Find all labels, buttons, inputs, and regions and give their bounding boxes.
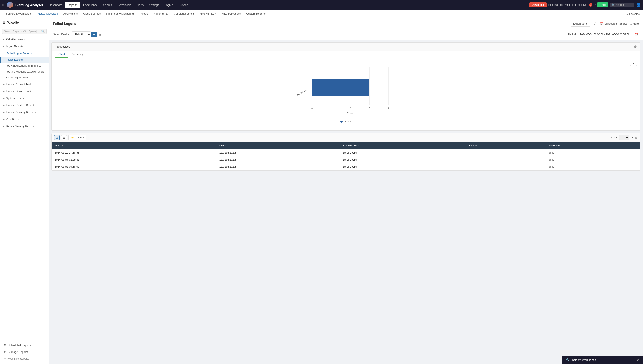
scheduled-reports-link[interactable]: ⚙ Scheduled Reports xyxy=(3,342,46,349)
sec-nav-network-devices[interactable]: Network Devices xyxy=(35,11,60,18)
help-link[interactable]: ? xyxy=(594,4,596,6)
chart-tab-summary[interactable]: Summary xyxy=(68,51,86,58)
sec-nav-mitre[interactable]: Mitre ATT&CK xyxy=(197,11,219,18)
secondary-nav: Servers & Workstation Network Devices Ap… xyxy=(0,10,643,18)
export-label: Export as xyxy=(573,22,584,25)
nav-item-settings[interactable]: Settings xyxy=(146,2,162,8)
sidebar-navigation: ▶ PaloAlto Events ▶ Logon Reports ▼ Fail… xyxy=(0,36,49,340)
sidebar-group-header-vpn[interactable]: ▶ VPN Reports xyxy=(0,116,49,123)
sidebar-group-header-firewall-denied[interactable]: ▶ Firewall Denied Traffic xyxy=(0,88,49,94)
share-icon[interactable]: ⬡ xyxy=(593,21,598,26)
nav-item-search[interactable]: Search xyxy=(100,2,114,8)
filter-bar: Select Device PaloAlto + ⊞ Period 📅 xyxy=(49,29,643,40)
sidebar-item-failed-logons[interactable]: Failed Logons xyxy=(0,57,49,63)
sidebar-group-header-system-events[interactable]: ▶ System Events xyxy=(0,95,49,102)
sidebar-group-header-firewall-allowed[interactable]: ▶ Firewall Allowed Traffic xyxy=(0,81,49,88)
sec-nav-cloud-sources[interactable]: Cloud Sources xyxy=(80,11,103,18)
grid-icon[interactable]: ⊞ xyxy=(2,2,5,7)
sidebar-group-header-firewall-ids[interactable]: ▶ Firewall IDS/IPS Reports xyxy=(0,102,49,109)
personalized-demo-link[interactable]: Personalized Demo xyxy=(548,4,571,6)
add-device-button[interactable]: + xyxy=(91,32,96,37)
nav-item-compliance[interactable]: Compliance xyxy=(80,2,100,8)
bar-chart: 192.168.11... 0 1 2 3 4 Count xyxy=(56,62,636,123)
add-button[interactable]: + Add xyxy=(597,2,608,8)
col-username[interactable]: Username xyxy=(545,142,640,149)
sec-nav-threats[interactable]: Threats xyxy=(137,11,151,18)
nav-item-correlation[interactable]: Correlation xyxy=(115,2,134,8)
sidebar-header: ☰ PaloAlto xyxy=(0,18,49,27)
top-search-input[interactable] xyxy=(616,4,633,6)
nav-right: Download Personalized Demo Log Receiver … xyxy=(530,2,641,8)
log-receiver-link[interactable]: Log Receiver xyxy=(572,4,588,6)
chart-tab-chart[interactable]: Chart xyxy=(55,51,68,58)
col-remote-device[interactable]: Remote Device xyxy=(340,142,466,149)
sun-icon: ☀ xyxy=(4,357,6,360)
cell-remote-device: 10.191.7.30 xyxy=(340,149,466,156)
user-icon[interactable]: 👤 xyxy=(636,2,641,7)
chart-settings-icon[interactable]: ⚙ xyxy=(634,45,637,49)
cell-time: 2024-05-10 17:38:58 xyxy=(52,149,216,156)
period-input[interactable] xyxy=(578,32,633,37)
sidebar-group-header-device-severity[interactable]: ▶ Device Severity Reports xyxy=(0,123,49,130)
scheduled-reports-button[interactable]: 📅 Scheduled Reports xyxy=(600,22,627,25)
sec-nav-servers[interactable]: Servers & Workstation xyxy=(4,11,35,18)
nav-item-alerts[interactable]: Alerts xyxy=(134,2,146,8)
col-time[interactable]: Time ▼ xyxy=(52,142,216,149)
favorites-button[interactable]: ★ Favorites xyxy=(626,12,640,16)
sidebar-search-input[interactable] xyxy=(4,30,40,33)
sidebar-group-header-firewall-security[interactable]: ▶ Firewall Security Reports xyxy=(0,109,49,116)
table-view-button[interactable]: ⊞ xyxy=(54,135,60,140)
nav-item-logme[interactable]: LogMe xyxy=(162,2,176,8)
pagination-area: 1 - 3 of 3 10 25 50 ▼ ⊞ xyxy=(607,135,638,140)
incident-workbench-bar: 🔧 Incident Workbench ✕ xyxy=(562,356,643,364)
chevron-right-icon: ▶ xyxy=(3,83,5,86)
cell-username: johnb xyxy=(545,149,640,156)
clock-icon: ⚙ xyxy=(4,344,6,347)
export-button[interactable]: Export as ▼ xyxy=(571,21,590,26)
per-page-select[interactable]: 10 25 50 xyxy=(619,135,629,140)
sidebar-item-failed-logons-trend[interactable]: Failed Logons Trend xyxy=(0,75,49,80)
incident-button[interactable]: ⚡ Incident xyxy=(68,135,86,140)
chart-svg: 192.168.11... 0 1 2 3 4 Count xyxy=(282,62,410,118)
nav-item-support[interactable]: Support xyxy=(176,2,191,8)
sidebar-group-firewall-security: ▶ Firewall Security Reports xyxy=(0,109,49,116)
nav-item-reports[interactable]: Reports xyxy=(65,2,80,8)
top-nav-items: Dashboard Reports Compliance Search Corr… xyxy=(46,2,528,8)
legend-device-dot xyxy=(340,120,342,123)
chart-legend: Device xyxy=(340,120,352,123)
sec-nav-file-integrity[interactable]: File Integrity Monitoring xyxy=(104,11,136,18)
sidebar-search-icon[interactable]: 🔍 xyxy=(41,30,45,33)
sidebar-group-header-failed-logon-reports[interactable]: ▼ Failed Logon Reports xyxy=(0,50,49,57)
sec-nav-applications[interactable]: Applications xyxy=(61,11,80,18)
sidebar-group-items-failed-logon: Failed Logons Top Failed Logons from Sou… xyxy=(0,57,49,80)
sidebar-menu-icon[interactable]: ☰ xyxy=(3,21,6,24)
manage-reports-link[interactable]: ⚙ Manage Reports xyxy=(3,349,46,356)
list-view-button[interactable]: ☰ xyxy=(61,135,67,140)
sec-nav-me-applications[interactable]: ME Applications xyxy=(219,11,243,18)
sec-nav-vm-management[interactable]: VM Management xyxy=(171,11,196,18)
device-select-input[interactable]: PaloAlto xyxy=(72,32,91,38)
col-reason[interactable]: Reason xyxy=(466,142,545,149)
group-label: Device Severity Reports xyxy=(6,125,34,128)
manage-reports-label: Manage Reports xyxy=(8,350,28,354)
sec-nav-vulnerability[interactable]: Vulnerability xyxy=(152,11,171,18)
workbench-close-button[interactable]: ✕ xyxy=(637,358,640,362)
sidebar-item-top-failed-logons-source[interactable]: Top Failed Logons from Source xyxy=(0,63,49,69)
columns-icon[interactable]: ⊞ xyxy=(635,136,638,139)
device-select-area: PaloAlto + xyxy=(72,32,96,38)
download-button[interactable]: Download xyxy=(530,2,547,8)
chart-area: ▼ 192.168.11... xyxy=(52,58,640,130)
chart-expand-button[interactable]: ▼ xyxy=(630,60,637,66)
cell-time: 2024-05-02 00:35:05 xyxy=(52,163,216,170)
nav-item-dashboard[interactable]: Dashboard xyxy=(46,2,65,8)
sidebar-group-header-logon-reports[interactable]: ▶ Logon Reports xyxy=(0,43,49,50)
sec-nav-custom-reports[interactable]: Custom Reports xyxy=(244,11,268,18)
more-button[interactable]: ⬡ More xyxy=(630,22,639,25)
cell-reason: - xyxy=(466,156,545,163)
col-device[interactable]: Device xyxy=(216,142,340,149)
filter-icon[interactable]: ⊞ xyxy=(99,33,102,36)
sidebar-item-top-failure-logons-users[interactable]: Top failure logons based on users xyxy=(0,69,49,75)
workbench-label: Incident Workbench xyxy=(572,358,596,362)
calendar-icon[interactable]: 📅 xyxy=(634,32,639,36)
sidebar-group-header-paloalto-events[interactable]: ▶ PaloAlto Events xyxy=(0,36,49,43)
